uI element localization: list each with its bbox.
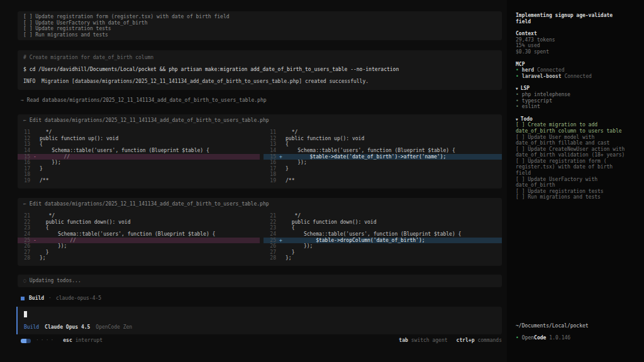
lsp-item: • php intelephense — [516, 92, 626, 98]
diff-marker — [276, 166, 286, 172]
diff-line: 13 { — [18, 141, 260, 148]
code-text: */ — [286, 213, 301, 219]
read-file-path: database/migrations/2025_12_11_141134_ad… — [42, 97, 266, 104]
diff-marker — [30, 243, 40, 250]
line-number: 19 — [264, 178, 276, 184]
code-text: /** — [40, 178, 48, 184]
code-text: }; — [286, 255, 292, 261]
diff-marker — [276, 243, 286, 250]
chevron-down-icon: ▼ — [516, 85, 518, 92]
diff-line: 23 { — [18, 225, 260, 231]
sidebar-todo-item: [ ] Create migration to add date_of_birt… — [516, 122, 626, 134]
line-number: 19 — [18, 178, 30, 184]
code-text: { — [40, 141, 43, 148]
code-text: // — [40, 238, 76, 244]
diff-line: 21 */ — [264, 213, 502, 219]
diff-pane-new: 21 */ 22 public function down(): void 23 — [264, 213, 502, 261]
working-directory: ~/Documents/Local/pocket — [516, 323, 589, 329]
chat-scrollback[interactable]: [ ] Update registration form (register.t… — [0, 0, 507, 362]
mcp-item: • laravel-boost Connected — [516, 74, 626, 80]
diff-marker — [30, 213, 40, 219]
code-text: public function up(): void — [286, 136, 364, 142]
todo-output-block: [ ] Update registration form (register.t… — [18, 11, 502, 40]
code-text: // — [40, 154, 70, 160]
input-agent-label: Build — [24, 324, 39, 331]
hint-label: interrupt — [75, 337, 103, 344]
app-name-suffix: Code — [534, 335, 546, 341]
diff-line: 21 */ — [18, 213, 260, 219]
diff-marker: + — [276, 154, 286, 160]
diff-line: 23 { — [264, 225, 502, 231]
prompt-input[interactable]: Build Claude Opus 4.5 OpenCode Zen — [16, 307, 502, 334]
input-provider-label: OpenCode Zen — [96, 324, 132, 331]
line-number: 16 — [18, 160, 30, 166]
line-number: 13 — [18, 141, 30, 148]
diff-line: 22 public function down(): void — [18, 219, 260, 226]
lsp-server-name: typescript — [522, 98, 552, 104]
todo-section-header[interactable]: ▼ Todo — [516, 116, 626, 123]
mcp-list: • herd Connected • laravel-boost Connect… — [516, 67, 626, 79]
line-number: 12 — [264, 136, 276, 142]
diff-marker — [30, 225, 40, 231]
commands-hint: ctrl+p commands — [457, 337, 502, 344]
read-tool-step: → Read database/migrations/2025_12_11_14… — [21, 97, 267, 104]
diff-line: 13 { — [264, 141, 502, 148]
code-text: public function down(): void — [286, 219, 377, 226]
code-text: */ — [40, 213, 55, 219]
diff-header: ← Edit database/migrations/2025_12_11_14… — [18, 201, 502, 207]
diff-line: 12 public function up(): void — [18, 136, 260, 142]
diff-marker — [276, 255, 286, 261]
diff-marker — [276, 213, 286, 219]
lsp-item: • eslint — [516, 104, 626, 110]
lsp-section-header[interactable]: ▼ LSP — [516, 85, 626, 92]
mcp-section-header: MCP — [516, 62, 626, 68]
code-text: $table->date('date_of_birth')->after('na… — [286, 154, 446, 160]
lsp-server-name: php intelephense — [522, 92, 570, 98]
line-number: 12 — [18, 136, 30, 142]
sidebar-todo-item: [ ] Update UserFactory with date_of_birt… — [516, 177, 626, 189]
diff-line: 11 */ — [18, 129, 260, 136]
app-version: 1.0.146 — [549, 335, 570, 341]
line-number: 22 — [264, 219, 276, 226]
code-text: Schema::table('users', function (Bluepri… — [40, 148, 209, 154]
working-status-block: ◌ Updating todos... — [18, 275, 502, 287]
lsp-list: • php intelephense • typescript • eslint — [516, 92, 626, 110]
diff-marker — [30, 160, 40, 166]
diff-marker — [276, 219, 286, 226]
line-number: 28 — [18, 255, 30, 261]
diff-marker — [276, 231, 286, 238]
line-number: 13 — [264, 141, 276, 148]
edit-label: Edit — [30, 118, 42, 124]
edit-file-path: database/migrations/2025_12_11_141134_ad… — [45, 201, 269, 207]
arrow-left-icon: ← — [23, 118, 26, 124]
diff-line: 19 /** — [264, 178, 502, 184]
diff-marker — [276, 225, 286, 231]
diff-line: 28 }; — [264, 255, 502, 261]
bullet-icon: • — [516, 67, 519, 74]
line-number: 14 — [18, 148, 30, 154]
sidebar-todo-item: [ ] Update User model with date_of_birth… — [516, 134, 626, 146]
line-number: 27 — [18, 250, 30, 256]
code-text: Schema::table('users', function (Bluepri… — [40, 231, 215, 238]
separator-dot: · — [48, 295, 52, 302]
blank-line — [23, 73, 496, 79]
context-stats: 29,473 tokens 15% used $0.30 spent — [516, 37, 626, 55]
code-text: */ — [40, 129, 52, 136]
code-text: public function down(): void — [40, 219, 131, 226]
diff-pane-old: 21 */ 22 public function down(): void 23 — [18, 213, 260, 261]
code-text: }); — [286, 243, 313, 250]
working-status-text: Updating todos... — [30, 278, 81, 284]
todo-output-line: [ ] Update UserFactory with date_of_birt… — [23, 20, 496, 26]
diff-marker: - — [30, 154, 40, 160]
agent-square-icon — [21, 297, 25, 300]
arrow-right-icon: → — [21, 97, 24, 104]
interrupt-hint: esc interrupt — [63, 337, 103, 344]
diff-line: 16 }); — [264, 160, 502, 166]
line-number: 11 — [264, 129, 276, 136]
diff-pane-old: 11 */ 12 public function up(): void 13 — [18, 129, 260, 184]
diff-line: 27 } — [18, 250, 260, 256]
code-text: Schema::table('users', function (Bluepri… — [286, 148, 455, 154]
diff-line: 24 Schema::table('users', function (Blue… — [18, 231, 260, 238]
line-number: 16 — [264, 160, 276, 166]
diff-body: 21 */ 22 public function down(): void 23 — [18, 213, 502, 261]
